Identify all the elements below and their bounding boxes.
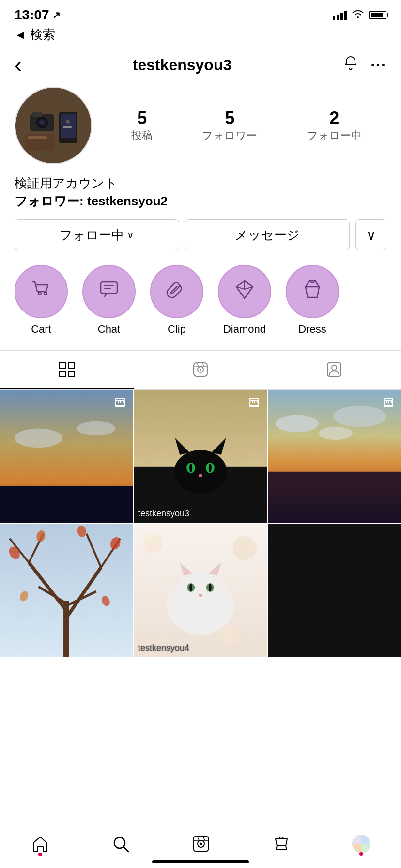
grid-cell-3[interactable] [268, 390, 401, 523]
nav-profile[interactable] [352, 835, 370, 853]
grid-cell-4[interactable] [0, 524, 133, 657]
search-bar: ◄ 検索 [0, 26, 401, 48]
svg-point-48 [333, 406, 386, 427]
follow-button[interactable]: フォロー中 ∨ [15, 219, 179, 250]
home-icon [31, 834, 50, 853]
search-icon [111, 834, 130, 853]
follower-line-label: フォロワー: [15, 194, 87, 208]
svg-rect-46 [268, 472, 401, 523]
highlight-diamond[interactable]: Diamond [218, 265, 271, 336]
cart-icon [29, 277, 53, 306]
followers-count: 5 [202, 108, 257, 128]
svg-rect-14 [101, 282, 117, 294]
username-overlay-5: testkensyou4 [138, 643, 189, 653]
svg-point-42 [189, 464, 192, 472]
more-options-icon[interactable]: ··· [370, 56, 386, 74]
signal-bars [333, 10, 347, 20]
bio-follower: フォロワー: testkensyou2 [15, 193, 386, 210]
reel-badge-1 [112, 395, 128, 410]
reel-badge-3 [381, 395, 396, 410]
svg-point-11 [66, 120, 70, 124]
time-display: 13:07 [15, 7, 49, 23]
status-time: 13:07 ↗ [15, 7, 61, 23]
svg-point-77 [199, 594, 202, 597]
svg-point-12 [38, 292, 41, 295]
svg-point-47 [276, 415, 319, 433]
highlight-circle-diamond [218, 265, 271, 318]
svg-point-44 [199, 474, 202, 477]
tab-reels[interactable] [134, 351, 267, 389]
highlight-cart[interactable]: Cart [15, 265, 68, 336]
reel-badge-2 [247, 395, 262, 410]
svg-line-88 [203, 836, 205, 840]
svg-line-82 [123, 847, 128, 852]
dropdown-button[interactable]: ∨ [355, 219, 386, 250]
tab-tagged[interactable] [267, 351, 401, 389]
colorful-profile-icon [352, 835, 370, 853]
svg-rect-10 [63, 126, 72, 128]
svg-point-85 [200, 843, 202, 845]
colorful-q4 [361, 844, 370, 852]
follower-name: testkensyou2 [87, 194, 168, 208]
svg-line-27 [197, 363, 199, 367]
search-label: 検索 [30, 26, 55, 43]
battery-fill [371, 13, 383, 17]
search-back-arrow: ◄ [15, 28, 26, 42]
svg-point-79 [233, 536, 257, 560]
nav-reels[interactable] [191, 834, 211, 853]
signal-bar-3 [340, 13, 343, 20]
photo-grid: testkensyou3 [0, 390, 401, 657]
highlight-label-dress: Dress [298, 323, 326, 336]
home-indicator [152, 860, 249, 863]
profile-section: 5 投稿 5 フォロワー 2 フォロー中 [0, 87, 401, 174]
stat-posts: 5 投稿 [131, 108, 153, 143]
svg-line-28 [202, 363, 204, 367]
colorful-q3 [353, 844, 361, 852]
home-dot [38, 852, 42, 856]
highlight-clip[interactable]: Clip [150, 265, 203, 336]
highlight-circle-dress [286, 265, 339, 318]
svg-rect-22 [68, 371, 74, 377]
reels-icon [191, 834, 211, 853]
nav-home[interactable] [31, 834, 50, 853]
highlight-dress[interactable]: Dress [286, 265, 339, 336]
content-tabs [0, 350, 401, 390]
signal-bar-4 [344, 11, 347, 20]
colorful-q2 [361, 836, 370, 844]
message-button[interactable]: メッセージ [185, 219, 350, 250]
dropdown-arrow-icon: ∨ [366, 227, 376, 243]
status-icons [333, 9, 386, 21]
avatar [15, 87, 92, 164]
nav-search[interactable] [111, 834, 130, 853]
svg-point-30 [332, 365, 337, 370]
bell-icon[interactable] [342, 55, 359, 75]
svg-point-78 [144, 534, 163, 553]
profile-dot [359, 852, 363, 856]
grid-cell-6[interactable] [268, 524, 401, 657]
bio-section: 検証用アカウント フォロワー: testkensyou2 [0, 174, 401, 219]
chat-icon [97, 277, 121, 306]
back-button[interactable]: ‹ [15, 53, 22, 77]
header-actions: ··· [342, 55, 386, 75]
wifi-icon [352, 9, 364, 21]
location-icon: ↗ [52, 9, 61, 21]
avatar-svg [15, 88, 92, 164]
clip-icon [165, 277, 189, 306]
colorful-q1 [353, 836, 361, 844]
nav-shop[interactable] [272, 834, 291, 853]
highlight-label-diamond: Diamond [223, 323, 266, 336]
grid-cell-1[interactable] [0, 390, 133, 523]
svg-point-80 [222, 626, 239, 643]
signal-bar-2 [337, 15, 339, 20]
profile-header: ‹ testkensyou3 ··· [0, 48, 401, 87]
svg-point-49 [319, 426, 352, 440]
tab-grid[interactable] [0, 351, 134, 389]
highlight-chat[interactable]: Chat [82, 265, 136, 336]
stat-followers: 5 フォロワー [202, 108, 257, 143]
svg-rect-19 [60, 362, 65, 368]
shop-icon [272, 834, 291, 853]
grid-cell-5[interactable]: testkensyou4 [134, 524, 267, 657]
stats-container: 5 投稿 5 フォロワー 2 フォロー中 [107, 108, 386, 143]
highlight-circle-clip [150, 265, 203, 318]
grid-cell-2[interactable]: testkensyou3 [134, 390, 267, 523]
